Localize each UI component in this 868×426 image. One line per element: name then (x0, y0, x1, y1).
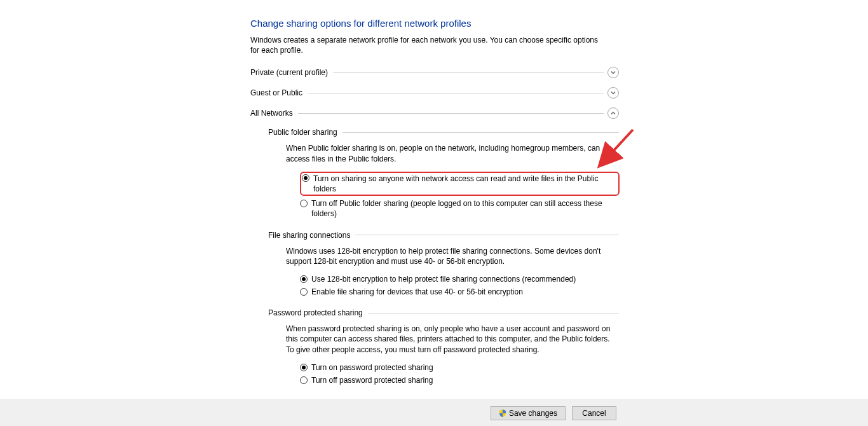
radio-public-sharing-off[interactable]: Turn off Public folder sharing (people l… (300, 198, 620, 219)
profile-all-networks[interactable]: All Networks (250, 107, 619, 119)
cancel-button[interactable]: Cancel (572, 406, 616, 420)
section-desc: When Public folder sharing is on, people… (286, 143, 610, 163)
divider (368, 313, 619, 313)
footer-bar: Save changes Cancel (0, 399, 868, 426)
profile-all-label: All Networks (250, 109, 298, 118)
save-button-label: Save changes (509, 409, 557, 418)
section-file-sharing-connections: File sharing connections Windows uses 12… (268, 231, 620, 298)
profile-guest[interactable]: Guest or Public (250, 87, 619, 99)
radio-40-56bit-encryption[interactable]: Enable file sharing for devices that use… (300, 287, 620, 297)
save-changes-button[interactable]: Save changes (491, 406, 566, 420)
divider (333, 72, 604, 73)
page-subtitle: Windows creates a separate network profi… (250, 35, 606, 55)
section-public-folder-sharing: Public folder sharing When Public folder… (268, 128, 620, 219)
radio-icon (300, 376, 308, 384)
radio-label: Turn on sharing so anyone with network a… (313, 174, 616, 194)
profile-guest-label: Guest or Public (250, 88, 308, 97)
radio-label: Turn off Public folder sharing (people l… (311, 198, 616, 219)
radio-icon (302, 174, 309, 182)
radio-password-sharing-on[interactable]: Turn on password protected sharing (300, 362, 620, 373)
divider (342, 132, 619, 133)
radio-icon (300, 200, 308, 207)
divider (298, 113, 604, 114)
radio-128bit-encryption[interactable]: Use 128-bit encryption to help protect f… (300, 274, 620, 284)
cancel-button-label: Cancel (582, 409, 606, 418)
divider (308, 93, 604, 93)
section-desc: When password protected sharing is on, o… (286, 324, 620, 355)
radio-label: Enable file sharing for devices that use… (311, 287, 616, 297)
section-desc: Windows uses 128-bit encryption to help … (286, 246, 610, 266)
divider (355, 235, 619, 235)
section-title: Public folder sharing (268, 128, 342, 137)
main-content: Change sharing options for different net… (0, 0, 620, 385)
chevron-up-icon[interactable] (607, 107, 619, 119)
radio-label: Turn off password protected sharing (311, 375, 616, 385)
profile-private-label: Private (current profile) (250, 68, 333, 77)
section-title: File sharing connections (268, 231, 355, 240)
shield-icon (499, 409, 506, 417)
chevron-down-icon[interactable] (607, 87, 619, 99)
page-title: Change sharing options for different net… (250, 18, 620, 29)
section-title: Password protected sharing (268, 308, 368, 317)
radio-public-sharing-on[interactable]: Turn on sharing so anyone with network a… (302, 174, 616, 194)
chevron-down-icon[interactable] (607, 67, 619, 78)
radio-icon (300, 288, 308, 296)
radio-label: Use 128-bit encryption to help protect f… (311, 274, 616, 284)
radio-label: Turn on password protected sharing (311, 362, 616, 373)
radio-icon (300, 364, 308, 371)
highlighted-option: Turn on sharing so anyone with network a… (300, 172, 620, 196)
section-password-protected-sharing: Password protected sharing When password… (268, 308, 620, 385)
radio-password-sharing-off[interactable]: Turn off password protected sharing (300, 375, 620, 385)
profile-private[interactable]: Private (current profile) (250, 67, 619, 78)
radio-icon (300, 275, 308, 283)
